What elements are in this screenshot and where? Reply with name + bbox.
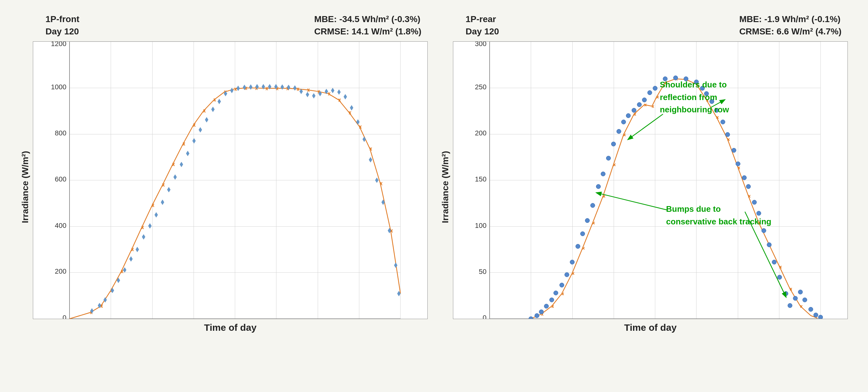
svg-point-187 (565, 273, 569, 277)
right-chart-header: 1P-rear Day 120 MBE: -1.9 Wh/m² (-0.1%) … (440, 13, 848, 40)
right-title-line1: 1P-rear (466, 14, 496, 24)
svg-text:neighbouring row: neighbouring row (660, 105, 729, 114)
svg-line-236 (628, 114, 663, 139)
svg-point-186 (560, 283, 564, 288)
svg-text:150: 150 (475, 175, 487, 183)
left-orange-markers (90, 87, 393, 314)
svg-point-192 (590, 203, 595, 208)
svg-point-202 (642, 98, 647, 102)
svg-point-230 (809, 307, 813, 312)
svg-point-226 (788, 303, 792, 308)
svg-point-190 (581, 232, 585, 236)
right-plot-container: 0 50 100 150 200 250 300 4 6 8 10 12 14 (453, 41, 848, 333)
svg-point-203 (648, 91, 652, 95)
left-chart-header: 1P-front Day 120 MBE: -34.5 Wh/m² (-0.3%… (20, 13, 428, 40)
svg-point-188 (570, 260, 575, 264)
main-container: 1P-front Day 120 MBE: -34.5 Wh/m² (-0.3%… (7, 7, 861, 385)
svg-point-206 (674, 76, 678, 80)
right-y-axis-label: Irradiance (W/m²) (440, 48, 451, 326)
right-chart-title-left: 1P-rear Day 120 (466, 13, 499, 38)
right-x-axis-label: Time of day (624, 322, 677, 333)
left-title-line2: Day 120 (45, 27, 79, 36)
svg-point-228 (798, 290, 803, 294)
right-svg-area: 0 50 100 150 200 250 300 4 6 8 10 12 14 (453, 41, 848, 319)
svg-text:1200: 1200 (51, 42, 66, 48)
svg-point-222 (767, 243, 771, 247)
svg-point-224 (777, 275, 782, 280)
left-crmse-label: CRMSE: 14.1 W/m² (1.8%) (314, 27, 422, 36)
svg-point-198 (621, 120, 626, 124)
svg-point-197 (617, 129, 621, 134)
svg-point-185 (554, 291, 558, 295)
svg-text:800: 800 (55, 129, 67, 137)
svg-point-223 (772, 260, 776, 264)
svg-point-221 (762, 229, 766, 233)
left-chart-title-left: 1P-front Day 120 (45, 13, 79, 38)
svg-text:Bumps due to: Bumps due to (666, 204, 721, 214)
right-orange-line (531, 79, 817, 319)
svg-text:200: 200 (475, 129, 487, 137)
svg-point-194 (601, 172, 605, 176)
svg-point-216 (736, 162, 740, 166)
svg-point-193 (596, 184, 600, 189)
svg-text:reflection from: reflection from (660, 93, 717, 102)
right-mbe-label: MBE: -1.9 Wh/m² (-0.1%) (739, 14, 840, 24)
svg-point-204 (653, 86, 657, 91)
svg-point-214 (725, 133, 730, 137)
svg-point-189 (576, 244, 580, 249)
svg-point-231 (814, 313, 818, 317)
svg-text:0: 0 (483, 314, 487, 319)
svg-point-219 (752, 200, 756, 204)
left-chart-area: Irradiance (W/m²) (20, 41, 428, 333)
svg-point-200 (632, 108, 636, 113)
svg-point-180 (529, 317, 533, 319)
right-chart-title-right: MBE: -1.9 Wh/m² (-0.1%) CRMSE: 6.6 W/m² … (739, 13, 841, 38)
right-crmse-label: CRMSE: 6.6 W/m² (4.7%) (739, 27, 841, 36)
right-title-line2: Day 120 (466, 27, 499, 36)
left-chart-title-right: MBE: -34.5 Wh/m² (-0.3%) CRMSE: 14.1 W/m… (314, 13, 422, 38)
svg-text:Shoulders due to: Shoulders due to (660, 80, 727, 89)
svg-point-213 (720, 120, 725, 124)
svg-line-240 (597, 193, 668, 210)
left-plot-container: 0 200 400 600 800 1000 1200 4 6 8 10 12 … (33, 41, 428, 333)
right-chart-wrapper: 1P-rear Day 120 MBE: -1.9 Wh/m² (-0.1%) … (440, 13, 848, 333)
left-x-axis-label: Time of day (204, 322, 256, 333)
svg-text:conservative back tracking: conservative back tracking (666, 217, 771, 226)
svg-point-220 (756, 211, 761, 216)
svg-text:50: 50 (479, 268, 487, 276)
svg-point-196 (611, 142, 616, 146)
svg-point-215 (732, 148, 736, 153)
svg-text:250: 250 (475, 83, 487, 91)
svg-text:600: 600 (55, 175, 67, 183)
svg-point-232 (818, 315, 823, 319)
svg-point-199 (626, 113, 630, 118)
svg-point-191 (585, 219, 589, 223)
svg-point-229 (803, 298, 807, 302)
svg-point-217 (742, 175, 746, 180)
left-title-line1: 1P-front (45, 14, 79, 24)
left-chart-wrapper: 1P-front Day 120 MBE: -34.5 Wh/m² (-0.3%… (20, 13, 428, 333)
left-mbe-label: MBE: -34.5 Wh/m² (-0.3%) (314, 14, 421, 24)
svg-point-181 (535, 314, 539, 318)
svg-point-182 (539, 309, 544, 314)
svg-text:100: 100 (475, 222, 487, 229)
svg-point-183 (544, 304, 549, 308)
svg-point-201 (637, 103, 642, 107)
svg-point-184 (550, 298, 554, 302)
svg-point-218 (746, 184, 750, 189)
left-y-axis-label: Irradiance (W/m²) (20, 48, 30, 326)
svg-point-195 (606, 156, 611, 161)
left-svg-area: 0 200 400 600 800 1000 1200 4 6 8 10 12 … (33, 41, 428, 319)
svg-text:1000: 1000 (51, 83, 66, 91)
svg-text:200: 200 (55, 268, 67, 275)
right-chart-area: Irradiance (W/m²) (440, 41, 848, 333)
svg-point-227 (793, 296, 798, 301)
svg-text:300: 300 (475, 42, 487, 48)
svg-text:400: 400 (55, 222, 67, 229)
svg-text:0: 0 (63, 314, 66, 319)
